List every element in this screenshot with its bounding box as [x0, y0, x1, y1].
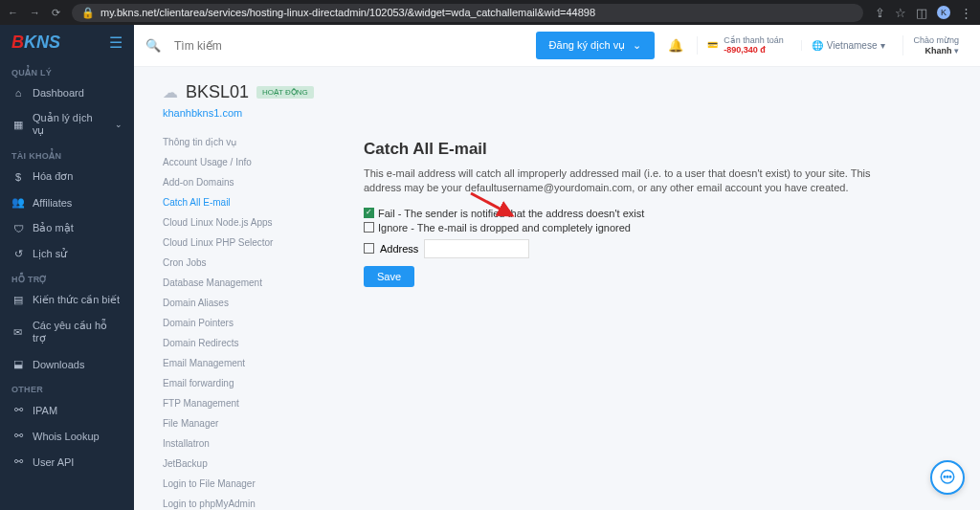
sidebar-item-security[interactable]: 🛡Bảo mật [0, 215, 134, 241]
option-ignore[interactable]: Ignore - The e-mail is dropped and compl… [364, 222, 951, 233]
reload-icon[interactable]: ⟳ [52, 7, 60, 19]
address-input[interactable] [424, 239, 529, 258]
submenu-item[interactable]: Database Management [163, 273, 325, 293]
logo[interactable]: BKNS [11, 33, 60, 53]
sidebar: BKNS ☰ QUẢN LÝ ⌂Dashboard ▦Quản lý dịch … [0, 25, 134, 510]
submenu-item[interactable]: Domain Aliases [163, 293, 325, 313]
service-domain-link[interactable]: khanhbkns1.com [163, 107, 325, 119]
sidebar-item-tickets[interactable]: ✉Các yêu cầu hỗ trợ [0, 313, 134, 351]
submenu-item[interactable]: Add-on Domains [163, 172, 325, 192]
service-name: BKSL01 [186, 82, 249, 102]
link-icon: ⚯ [11, 455, 25, 468]
sidebar-item-downloads[interactable]: ⬓Downloads [0, 351, 134, 377]
svg-point-4 [949, 477, 951, 478]
home-icon: ⌂ [11, 87, 25, 99]
submenu-item[interactable]: Login to phpMyAdmin [163, 494, 325, 510]
clock-icon: ↺ [11, 248, 25, 260]
sidebar-item-history[interactable]: ↺Lịch sử [0, 241, 134, 267]
download-icon: ⬓ [11, 358, 25, 370]
sidebar-item-invoices[interactable]: $Hóa đơn [0, 164, 134, 189]
link-icon: ⚯ [11, 404, 25, 416]
lock-icon: 🔒 [81, 7, 95, 19]
checkbox-ignore[interactable] [364, 222, 374, 233]
panel-description: This e-mail address will catch all impro… [364, 166, 880, 196]
chevron-down-icon: ▾ [954, 46, 959, 55]
link-icon: ⚯ [11, 430, 25, 442]
option-address[interactable]: Address [364, 239, 951, 258]
checkbox-address[interactable] [364, 243, 374, 254]
menu-icon[interactable]: ⋮ [960, 6, 972, 20]
card-icon: 💳 [707, 40, 718, 50]
submenu-item[interactable]: Login to File Manager [163, 474, 325, 494]
dollar-icon: $ [11, 171, 25, 183]
submenu-item[interactable]: File Manager [163, 413, 325, 433]
submenu-item[interactable]: Cloud Linux PHP Selector [163, 233, 325, 253]
shield-icon: 🛡 [11, 223, 25, 234]
submenu-item[interactable]: Cloud Linux Node.js Apps [163, 212, 325, 233]
submenu-item[interactable]: JetBackup [163, 454, 325, 474]
menu-toggle-icon[interactable]: ☰ [109, 33, 122, 52]
submenu-item[interactable]: Thông tin dịch vụ [163, 132, 325, 152]
user-menu[interactable]: Chào mừng Khanh ▾ [902, 35, 969, 56]
forward-icon[interactable]: → [30, 7, 40, 19]
submenu-item[interactable]: Domain Pointers [163, 313, 325, 333]
bookmark-icon[interactable]: ☆ [895, 6, 906, 20]
save-button[interactable]: Save [364, 266, 414, 287]
submenu-item[interactable]: Cron Jobs [163, 253, 325, 273]
chevron-down-icon: ⌄ [115, 120, 122, 129]
back-icon[interactable]: ← [8, 7, 18, 19]
sidebar-item-affiliates[interactable]: 👥Affiliates [0, 189, 134, 215]
status-badge: HOẠT ĐỘNG [256, 86, 314, 99]
sidebar-item-userapi[interactable]: ⚯User API [0, 449, 134, 475]
option-fail[interactable]: Fail - The sender is notified that the a… [364, 208, 951, 219]
service-submenu: Thông tin dịch vụAccount Usage / InfoAdd… [163, 132, 325, 510]
submenu-item[interactable]: Domain Redirects [163, 333, 325, 353]
svg-point-3 [947, 477, 948, 478]
topbar: 🔍 Đăng ký dịch vụ⌄ 🔔 💳 Cần thanh toán -8… [134, 25, 980, 67]
chat-bubble-button[interactable] [930, 460, 965, 495]
submenu-item[interactable]: Email forwarding [163, 373, 325, 393]
cloud-icon: ☁ [163, 83, 178, 101]
chevron-down-icon: ▾ [880, 40, 885, 51]
chevron-down-icon: ⌄ [633, 39, 641, 52]
sidebar-item-services[interactable]: ▦Quản lý dịch vụ⌄ [0, 105, 134, 144]
svg-point-2 [944, 477, 946, 478]
ticket-icon: ✉ [11, 326, 25, 339]
section-support: HỖ TRỢ [0, 267, 134, 287]
globe-icon: 🌐 [812, 40, 823, 51]
submenu-item[interactable]: Installatron [163, 433, 325, 454]
checkbox-fail[interactable] [364, 208, 374, 218]
payment-widget[interactable]: 💳 Cần thanh toán -890,340 đ [697, 36, 793, 55]
section-manage: QUẢN LÝ [0, 60, 134, 80]
sidebar-item-dashboard[interactable]: ⌂Dashboard [0, 80, 134, 105]
submenu-item[interactable]: Account Usage / Info [163, 152, 325, 172]
register-service-button[interactable]: Đăng ký dịch vụ⌄ [536, 32, 656, 59]
book-icon: ▤ [11, 294, 25, 306]
sidebar-item-kb[interactable]: ▤Kiến thức cần biết [0, 287, 134, 313]
users-icon: 👥 [11, 196, 25, 209]
share-icon[interactable]: ⇪ [875, 6, 885, 20]
language-selector[interactable]: 🌐 Vietnamese ▾ [801, 40, 896, 51]
bell-icon[interactable]: 🔔 [662, 38, 689, 53]
submenu-item[interactable]: FTP Management [163, 393, 325, 413]
search-icon: 🔍 [145, 38, 161, 53]
search-input[interactable] [174, 39, 528, 53]
section-other: OTHER [0, 377, 134, 397]
section-account: TÀI KHOẢN [0, 144, 134, 164]
profile-avatar[interactable]: K [937, 6, 950, 19]
submenu-item[interactable]: Email Management [163, 353, 325, 373]
url-bar[interactable]: 🔒 my.bkns.net/clientarea/services/hostin… [72, 4, 863, 22]
sidebar-item-ipam[interactable]: ⚯IPAM [0, 397, 134, 423]
submenu-item[interactable]: Catch All E-mail [163, 192, 325, 212]
grid-icon: ▦ [11, 119, 25, 131]
extensions-icon[interactable]: ◫ [916, 6, 927, 20]
panel-title: Catch All E-mail [364, 140, 951, 159]
url-text: my.bkns.net/clientarea/services/hosting-… [100, 7, 595, 18]
browser-topbar: ← → ⟳ 🔒 my.bkns.net/clientarea/services/… [0, 0, 980, 25]
sidebar-item-whois[interactable]: ⚯Whois Lookup [0, 423, 134, 449]
